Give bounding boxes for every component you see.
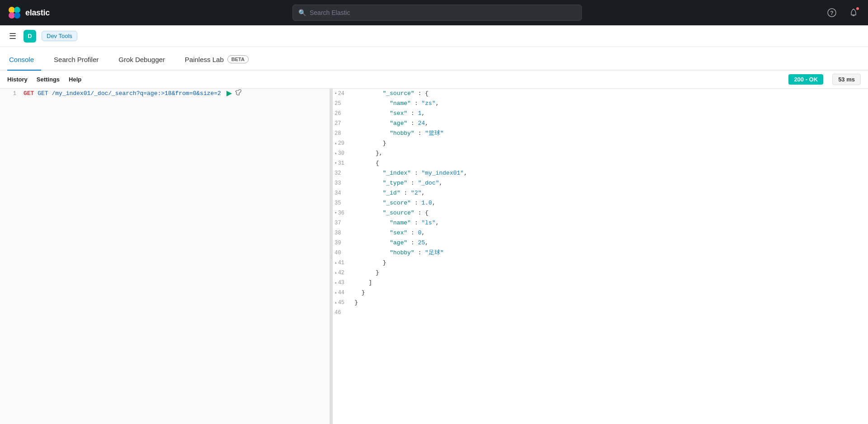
main-content: 1 GET GET /my_index01/_doc/_search?q=age… [0,89,868,424]
tabs-bar: Console Search Profiler Grok Debugger Pa… [0,47,868,71]
output-line-35: 35 "_score" : 1.0, [333,198,868,208]
output-line-37: 37 "name" : "ls", [333,218,868,228]
dev-tools-badge[interactable]: Dev Tools [42,31,77,41]
elastic-logo-icon [7,5,22,20]
output-line-45: ▴45 } [333,298,868,308]
settings-button[interactable]: Settings [37,76,60,83]
navbar-right: ? [825,5,861,20]
help-button[interactable]: Help [69,76,81,83]
beta-badge: BETA [227,55,249,63]
editor-content[interactable]: 1 GET GET /my_index01/_doc/_search?q=age… [0,89,330,424]
wrench-button[interactable] [235,89,242,97]
status-time-badge: 53 ms [832,74,861,85]
output-line-38: 38 "sex" : 0, [333,228,868,238]
user-avatar[interactable]: D [24,30,36,43]
global-search-bar[interactable]: 🔍 [292,5,582,21]
editor-line-1: 1 GET GET /my_index01/_doc/_search?q=age… [0,89,330,99]
history-button[interactable]: History [7,76,28,83]
output-line-34: 34 "_id" : "2", [333,188,868,198]
output-line-43: ▴43 ] [333,278,868,288]
tab-search-profiler[interactable]: Search Profiler [52,49,106,71]
svg-point-1 [14,7,20,13]
fold-arrow-29[interactable]: ▴ [335,138,337,148]
output-line-24: ▾24 "_source" : { [333,89,868,99]
output-line-36: ▾36 "_source" : { [333,208,868,218]
global-search-input[interactable] [310,9,576,16]
run-button[interactable]: ▶ [226,89,232,97]
elastic-logo[interactable]: elastic [7,5,50,20]
editor-query: GET /my_index01/_doc/_search?q=age:>18&f… [38,89,221,99]
svg-text:?: ? [830,10,833,16]
output-line-33: 33 "_type" : "_doc", [333,178,868,188]
hamburger-button[interactable]: ☰ [7,29,18,43]
output-line-40: 40 "hobby" : "足球" [333,248,868,258]
output-line-26: 26 "sex" : 1, [333,109,868,119]
output-line-46: 46 [333,308,868,318]
fold-arrow-24[interactable]: ▾ [335,89,337,99]
fold-arrow-42[interactable]: ▴ [335,268,337,278]
status-ok-badge: 200 - OK [788,74,823,85]
toolbar: History Settings Help 200 - OK 53 ms [0,71,868,89]
fold-arrow-30[interactable]: ▴ [335,148,337,158]
output-line-44: ▴44 } [333,288,868,298]
svg-point-0 [9,7,15,13]
editor-actions: ▶ [226,89,242,97]
navbar: elastic 🔍 ? [0,0,868,25]
tab-painless-lab[interactable]: Painless Lab BETA [183,49,256,71]
tab-grok-debugger[interactable]: Grok Debugger [117,49,172,71]
svg-point-3 [14,12,20,19]
output-line-41: ▴41 } [333,258,868,268]
second-bar: ☰ D Dev Tools [0,25,868,47]
output-line-31: ▾31 { [333,158,868,168]
output-line-28: 28 "hobby" : "篮球" [333,129,868,138]
fold-arrow-43[interactable]: ▴ [335,278,337,288]
output-line-32: 32 "_index" : "my_index01", [333,168,868,178]
svg-point-2 [9,12,15,19]
elastic-logo-text: elastic [25,8,50,18]
notifications-wrapper [846,5,861,20]
navbar-left: elastic [7,5,50,20]
fold-arrow-36[interactable]: ▾ [335,208,337,218]
notification-badge [855,6,860,11]
output-line-29: ▴29 } [333,138,868,148]
output-line-30: ▴30 }, [333,148,868,158]
tab-console[interactable]: Console [7,49,41,71]
fold-arrow-45[interactable]: ▴ [335,298,337,308]
output-line-42: ▴42 } [333,268,868,278]
search-icon: 🔍 [298,9,306,16]
output-line-27: 27 "age" : 24, [333,119,868,129]
line-number-1: 1 [4,89,16,99]
help-icon-button[interactable]: ? [825,5,839,20]
editor-pane: 1 GET GET /my_index01/_doc/_search?q=age… [0,89,330,424]
output-line-39: 39 "age" : 25, [333,238,868,248]
output-line-25: 25 "name" : "zs", [333,99,868,109]
output-pane[interactable]: ▾24 "_source" : { 25 "name" : "zs", 26 "… [333,89,868,424]
fold-arrow-41[interactable]: ▴ [335,258,337,268]
fold-arrow-44[interactable]: ▴ [335,288,337,298]
fold-arrow-31[interactable]: ▾ [335,158,337,168]
